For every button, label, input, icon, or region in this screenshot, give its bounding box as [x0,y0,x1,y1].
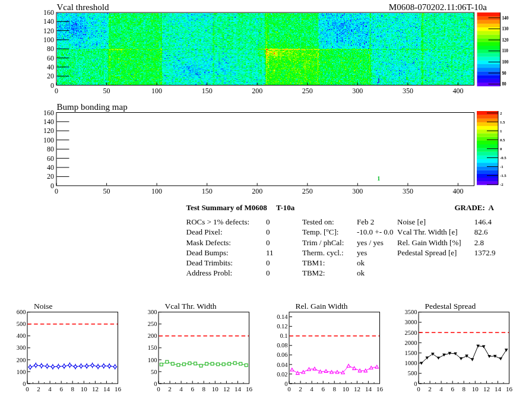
svg-text:2: 2 [500,111,502,115]
svg-text:-1: -1 [500,164,504,169]
svg-text:350: 350 [403,87,413,95]
svg-text:1000: 1000 [405,360,417,366]
svg-text:10: 10 [212,385,219,392]
svg-text:-1.5: -1.5 [500,173,506,178]
svg-text:0.06: 0.06 [277,352,287,358]
svg-text:14: 14 [235,385,242,392]
svg-text:160: 160 [43,8,54,17]
svg-text:140: 140 [502,16,509,21]
svg-text:2: 2 [168,385,172,392]
svg-text:2000: 2000 [405,340,417,346]
svg-text:60: 60 [47,54,54,62]
svg-text:Test Summary of M0608: Test Summary of M0608 [186,203,268,212]
svg-text:Mask Defects:: Mask Defects: [186,238,231,247]
svg-text:Noise: Noise [34,302,53,311]
svg-text:Tested on:: Tested on: [302,217,334,226]
svg-text:140: 140 [43,118,54,126]
svg-text:600: 600 [17,309,26,315]
svg-text:300: 300 [148,309,157,315]
svg-text:6: 6 [59,385,63,392]
svg-text:6: 6 [191,385,194,392]
svg-text:120: 120 [43,27,54,35]
svg-text:0: 0 [266,268,270,277]
svg-text:200: 200 [252,187,262,195]
svg-text:6: 6 [321,385,325,392]
svg-text:100: 100 [17,369,26,375]
svg-text:120: 120 [502,38,509,43]
svg-text:500: 500 [17,321,26,327]
svg-text:40: 40 [47,163,54,172]
svg-text:200: 200 [148,332,157,339]
svg-text:Noise [e]: Noise [e] [397,217,426,226]
svg-text:0: 0 [50,81,54,90]
svg-text:250: 250 [148,321,157,327]
svg-text:4: 4 [179,385,183,392]
svg-text:140: 140 [43,17,54,26]
svg-text:3000: 3000 [405,319,417,325]
svg-text:-0.5: -0.5 [500,156,506,160]
svg-text:Bump bonding map: Bump bonding map [57,102,128,112]
svg-text:150: 150 [202,87,213,95]
svg-text:400: 400 [17,332,26,339]
svg-text:2: 2 [299,385,302,392]
svg-text:8: 8 [71,385,74,392]
svg-text:10: 10 [343,385,350,392]
svg-text:ok: ok [357,258,365,267]
svg-text:14: 14 [495,385,502,392]
svg-text:1.5: 1.5 [500,120,505,124]
svg-text:0: 0 [157,385,160,392]
svg-text:0.08: 0.08 [277,342,287,349]
svg-text:60: 60 [47,154,54,163]
svg-text:T-10a: T-10a [276,203,295,212]
svg-text:Therm. cycl.:: Therm. cycl.: [302,248,344,257]
svg-text:1: 1 [377,175,380,182]
svg-text:80: 80 [47,145,54,153]
svg-text:100: 100 [43,136,54,144]
svg-text:Dead Bumps:: Dead Bumps: [186,248,229,257]
svg-text:20: 20 [47,72,54,80]
svg-text:100: 100 [151,87,162,95]
svg-text:Pedestal Spread: Pedestal Spread [425,302,476,311]
svg-text:100: 100 [148,357,157,363]
svg-text:0: 0 [55,187,58,195]
svg-text:250: 250 [302,187,313,195]
svg-text:Vcal threshold: Vcal threshold [57,2,109,12]
svg-text:Dead Pixel:: Dead Pixel: [186,227,223,236]
svg-text:yes / yes: yes / yes [357,238,384,247]
svg-text:1500: 1500 [405,350,417,356]
svg-text:GRADE: A: GRADE: A [455,203,495,212]
svg-text:1: 1 [500,129,502,133]
svg-text:Vcal Thr. Width: Vcal Thr. Width [165,302,217,311]
svg-text:12: 12 [354,385,360,392]
svg-text:Address Probl:: Address Probl: [186,268,233,277]
svg-text:90: 90 [502,71,507,76]
svg-text:16: 16 [506,385,513,392]
svg-text:-2: -2 [500,182,504,186]
svg-text:50: 50 [103,187,110,195]
svg-text:Temp. [oC]:: Temp. [oC]: [302,227,338,236]
svg-text:0: 0 [417,385,420,392]
svg-text:6: 6 [451,385,454,392]
svg-text:10: 10 [472,385,479,392]
svg-text:8: 8 [332,385,336,392]
svg-text:TBM1:: TBM1: [302,258,325,267]
svg-text:0.14: 0.14 [277,314,288,320]
svg-text:ok: ok [357,268,365,277]
svg-text:40: 40 [47,63,54,71]
svg-text:yes: yes [357,248,367,257]
svg-text:1: 1 [377,77,380,84]
svg-text:350: 350 [403,187,413,195]
svg-text:130: 130 [502,27,509,31]
svg-text:0: 0 [266,217,270,226]
svg-text:Pedestal Spread [e]: Pedestal Spread [e] [397,248,457,257]
svg-text:12: 12 [92,385,99,392]
svg-text:10: 10 [81,385,88,392]
svg-text:Trim / phCal:: Trim / phCal: [302,238,344,247]
svg-text:1372.9: 1372.9 [474,248,496,257]
svg-text:0: 0 [55,87,58,95]
svg-text:146.4: 146.4 [474,217,492,226]
svg-text:16: 16 [246,385,253,392]
svg-text:110: 110 [502,49,509,53]
svg-text:82.6: 82.6 [474,227,488,236]
svg-text:0.04: 0.04 [277,362,288,368]
